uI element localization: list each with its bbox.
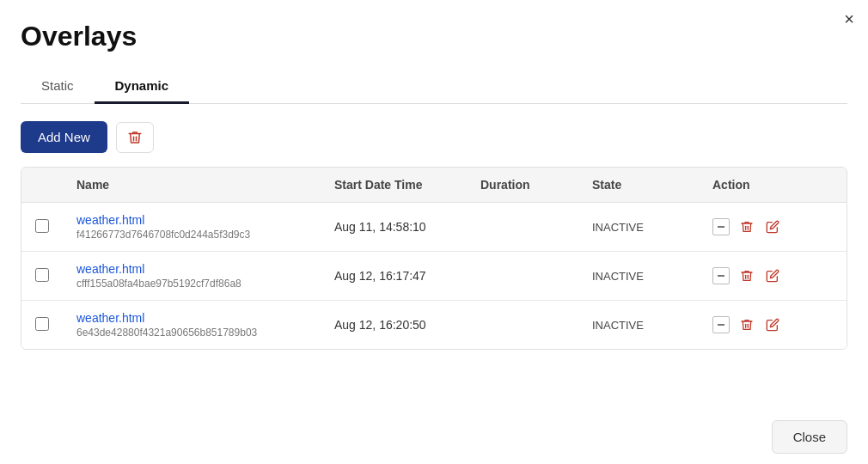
close-footer-button[interactable]: Close	[772, 420, 847, 454]
action-icons-0	[712, 218, 833, 235]
row-state-cell: INACTIVE	[578, 203, 699, 252]
edit-row-icon	[766, 318, 779, 332]
row-date-cell: Aug 12, 16:17:47	[321, 252, 467, 301]
trash-icon	[127, 130, 143, 145]
edit-row-icon	[766, 269, 779, 283]
close-x-button[interactable]: ×	[844, 10, 854, 27]
overlays-table: Name Start Date Time Duration State Acti…	[21, 168, 847, 349]
minus-button-2[interactable]	[712, 316, 730, 333]
row-name-cell: weather.html f41266773d7646708fc0d244a5f…	[63, 203, 321, 252]
file-link-2[interactable]: weather.html	[76, 311, 307, 325]
file-link-1[interactable]: weather.html	[76, 262, 307, 276]
table-header-row: Name Start Date Time Duration State Acti…	[21, 168, 847, 203]
edit-row-button-0[interactable]	[764, 218, 781, 235]
col-header-name: Name	[63, 168, 321, 203]
minus-button-0[interactable]	[712, 218, 730, 235]
modal-body: Add New Name Start Date Time	[0, 104, 868, 410]
minus-icon	[716, 271, 726, 281]
col-header-checkbox	[21, 168, 63, 203]
row-action-cell	[699, 301, 847, 350]
trash-row-icon	[740, 269, 754, 283]
row-state-cell: INACTIVE	[578, 252, 699, 301]
row-checkbox-cell	[21, 301, 63, 350]
minus-button-1[interactable]	[712, 267, 730, 284]
modal-header: Overlays Static Dynamic	[0, 0, 868, 104]
col-header-state: State	[578, 168, 699, 203]
edit-row-button-2[interactable]	[764, 316, 781, 333]
table-row: weather.html cfff155a08fa4bae97b5192cf7d…	[21, 252, 847, 301]
overlays-table-container: Name Start Date Time Duration State Acti…	[21, 167, 847, 350]
row-checkbox-0[interactable]	[35, 219, 49, 233]
row-checkbox-1[interactable]	[35, 268, 49, 282]
action-icons-2	[712, 316, 833, 333]
col-header-action: Action	[699, 168, 847, 203]
overlays-modal: × Overlays Static Dynamic Add New	[0, 0, 868, 464]
row-duration-cell	[467, 301, 578, 350]
row-checkbox-cell	[21, 203, 63, 252]
row-action-cell	[699, 252, 847, 301]
col-header-duration: Duration	[467, 168, 578, 203]
row-duration-cell	[467, 203, 578, 252]
row-date-cell: Aug 12, 16:20:50	[321, 301, 467, 350]
row-date-cell: Aug 11, 14:58:10	[321, 203, 467, 252]
tab-dynamic[interactable]: Dynamic	[95, 70, 190, 104]
tab-bar: Static Dynamic	[21, 70, 847, 104]
add-new-button[interactable]: Add New	[21, 121, 107, 153]
col-header-start-date-time: Start Date Time	[321, 168, 467, 203]
file-link-0[interactable]: weather.html	[76, 213, 307, 227]
file-hash-1: cfff155a08fa4bae97b5192cf7df86a8	[76, 278, 307, 290]
delete-row-button-0[interactable]	[738, 218, 755, 235]
state-badge-0: INACTIVE	[592, 221, 644, 234]
minus-icon	[716, 320, 726, 330]
row-checkbox-cell	[21, 252, 63, 301]
toolbar: Add New	[21, 121, 847, 153]
delete-row-button-1[interactable]	[738, 267, 755, 284]
minus-icon	[716, 222, 726, 232]
modal-footer: Close	[0, 410, 868, 464]
state-badge-2: INACTIVE	[592, 319, 644, 332]
trash-row-icon	[740, 220, 754, 234]
state-badge-1: INACTIVE	[592, 270, 644, 283]
action-icons-1	[712, 267, 833, 284]
edit-row-button-1[interactable]	[764, 267, 781, 284]
tab-static[interactable]: Static	[21, 70, 95, 104]
row-name-cell: weather.html 6e43de42880f4321a90656b8517…	[63, 301, 321, 350]
row-action-cell	[699, 203, 847, 252]
file-hash-0: f41266773d7646708fc0d244a5f3d9c3	[76, 229, 307, 241]
page-title: Overlays	[21, 21, 847, 52]
table-row: weather.html f41266773d7646708fc0d244a5f…	[21, 203, 847, 252]
edit-row-icon	[766, 220, 779, 234]
delete-row-button-2[interactable]	[738, 316, 755, 333]
table-row: weather.html 6e43de42880f4321a90656b8517…	[21, 301, 847, 350]
row-checkbox-2[interactable]	[35, 317, 49, 331]
row-duration-cell	[467, 252, 578, 301]
trash-row-icon	[740, 318, 754, 332]
row-state-cell: INACTIVE	[578, 301, 699, 350]
delete-toolbar-button[interactable]	[116, 122, 154, 153]
row-name-cell: weather.html cfff155a08fa4bae97b5192cf7d…	[63, 252, 321, 301]
file-hash-2: 6e43de42880f4321a90656b851789b03	[76, 327, 307, 339]
